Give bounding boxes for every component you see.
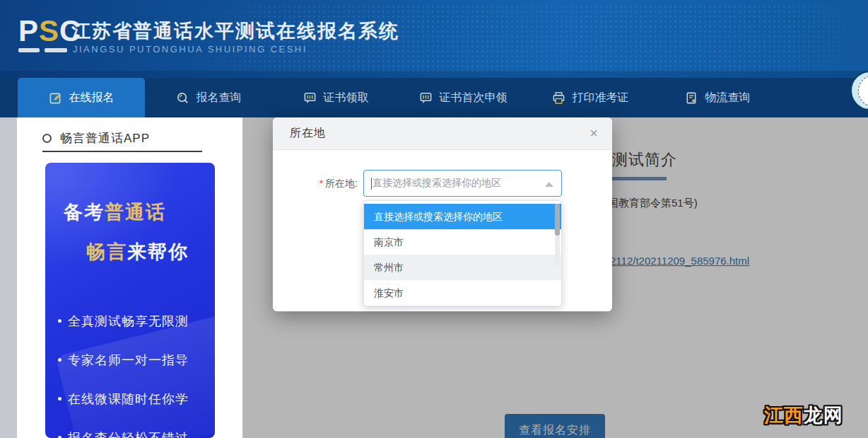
banner-bullet-list: 全真测试畅享无限测 专家名师一对一指导 在线微课随时任你学 报名查分轻松不错过 [58,301,189,438]
site-subtitle: JIANGSU PUTONGHUA SHUIPING CESHI [73,44,307,54]
dropdown-option-default[interactable]: 直接选择或搜索选择你的地区 [364,204,561,229]
nav-tab-registration-query[interactable]: 报名查询 [145,78,272,117]
certificate-icon [303,91,317,105]
page: PSC 江苏省普通话水平测试在线报名系统 JIANGSU PUTONGHUA S… [0,0,868,438]
scrollbar-thumb[interactable] [555,204,560,236]
nav-tab-label: 证书首次申领 [440,91,508,105]
dropdown-option-huaian[interactable]: 淮安市 [364,280,561,306]
text-cursor [371,178,372,190]
site-title: 江苏省普通话水平测试在线报名系统 [71,18,399,44]
banner-bullet: 全真测试畅享无限测 [58,301,189,340]
banner-bullet: 报名查分轻松不错过 [58,418,189,438]
main-nav: 在线报名 报名查询 证书领取 证书首次申领 打印准考证 [0,78,868,117]
logistics-icon [685,91,698,105]
select-placeholder: 直接选择或搜索选择你的地区 [373,177,501,190]
logo-underline-bars [18,48,69,52]
nav-tab-logistics-query[interactable]: 物流查询 [654,78,781,117]
nav-tab-label: 在线报名 [69,91,115,105]
app-promo-banner[interactable]: 备考普通话 畅言来帮你 全真测试畅享无限测 专家名师一对一指导 在线微课随时任你… [45,163,215,438]
banner-bullet: 专家名师一对一指导 [58,340,189,379]
sidebar: 畅言普通话APP 备考普通话 畅言来帮你 全真测试畅享无限测 专家名师一对一指导… [17,117,242,438]
logo-letter-s: S [39,14,59,47]
bullet-dot-icon [58,319,61,323]
sidebar-section-title: 畅言普通话APP [60,130,150,146]
floating-widget-inner-circle [858,75,868,107]
required-asterisk: * [319,178,323,189]
dialog-title: 所在地 [290,126,326,141]
psc-logo: PSC [18,16,69,52]
location-dropdown: 直接选择或搜索选择你的地区 南京市 常州市 淮安市 [363,200,562,306]
certificate-first-icon [419,91,433,105]
logo-letter-p: P [18,14,39,47]
dropdown-option-nanjing[interactable]: 南京市 [364,229,561,255]
banner-headline-line2: 畅言来帮你 [86,239,189,265]
edit-icon [49,91,62,105]
nav-tab-online-registration[interactable]: 在线报名 [18,78,145,117]
bullet-dot-icon [58,358,61,362]
header: PSC 江苏省普通话水平测试在线报名系统 JIANGSU PUTONGHUA S… [0,0,868,78]
sidebar-section-header: 畅言普通话APP [42,130,150,146]
nav-tab-label: 报名查询 [197,91,242,105]
nav-tab-label: 物流查询 [705,91,751,105]
location-select-input[interactable]: 直接选择或搜索选择你的地区 [363,170,562,197]
circle-bullet-icon [42,134,52,143]
logo-text: PSC [18,16,69,47]
nav-tab-certificate-pickup[interactable]: 证书领取 [272,78,399,117]
nav-tab-certificate-first-claim[interactable]: 证书首次申领 [399,78,527,117]
printer-icon [552,91,565,105]
nav-tab-print-admission-ticket[interactable]: 打印准考证 [527,78,654,117]
site-watermark: 江西龙网 [764,403,843,428]
bullet-dot-icon [58,397,61,400]
close-icon[interactable]: × [590,125,598,142]
sidebar-divider [42,151,202,152]
nav-tab-label: 证书领取 [324,91,369,105]
dialog-header: 所在地 × [273,117,612,150]
banner-bullet: 在线微课随时任你学 [58,379,189,418]
banner-headline-line1: 备考普通话 [64,200,166,225]
location-field-label: *所在地: [280,170,358,197]
search-icon [176,91,189,105]
dropdown-option-changzhou[interactable]: 常州市 [364,255,561,280]
nav-tab-label: 打印准考证 [573,91,629,105]
chevron-up-icon [545,182,553,187]
